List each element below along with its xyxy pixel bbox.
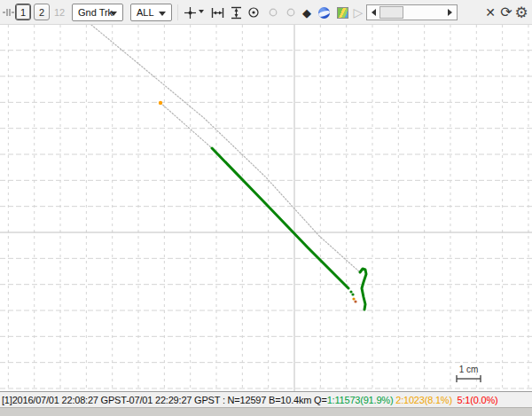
animate-icon[interactable]: ▷ xyxy=(351,5,365,20)
gear-glyph: ⚙ xyxy=(514,5,528,20)
drag-gripper[interactable] xyxy=(3,9,12,16)
chevron-down-icon xyxy=(159,12,166,16)
reference-track-line xyxy=(91,25,360,272)
map-thumbnail xyxy=(337,7,348,19)
map-view-icon[interactable] xyxy=(335,5,349,20)
close-icon[interactable]: ✕ xyxy=(483,5,497,20)
gripper-bar xyxy=(9,9,11,16)
google-earth-icon[interactable] xyxy=(317,5,331,20)
solution-1-button[interactable]: 1 xyxy=(15,4,31,20)
gripper-bar xyxy=(6,9,8,16)
circle1-icon[interactable] xyxy=(266,5,280,20)
ground-track-plot[interactable]: 1 cm xyxy=(0,25,532,391)
reference-track-line xyxy=(160,103,212,148)
track-point xyxy=(349,290,352,293)
center-dropdown-arrow[interactable] xyxy=(199,10,204,13)
track-point xyxy=(352,297,355,300)
status-bar: [1]2016/07/01 22:08:27 GPST-07/01 22:29:… xyxy=(0,391,532,407)
play-glyph: ▷ xyxy=(354,6,364,19)
fix-cursor-icon[interactable]: ◆ xyxy=(300,5,314,20)
track-point xyxy=(354,300,356,302)
status-q5-single: 5:1(0.0%) xyxy=(458,395,498,405)
satellite-select[interactable]: ALL xyxy=(130,4,172,21)
plot-canvas[interactable]: 1 cm xyxy=(0,25,532,391)
track-end-hook xyxy=(360,269,366,310)
refresh-glyph: ⟳ xyxy=(500,5,512,20)
toolbar: 1 2 12 Gnd Trk ALL xyxy=(0,0,532,25)
fixed-solution-track xyxy=(212,148,348,288)
chevron-down-icon xyxy=(110,12,117,16)
options-icon[interactable]: ⚙ xyxy=(514,5,528,20)
solution-2-button[interactable]: 2 xyxy=(34,4,50,20)
rtkplot-window: 1 2 12 Gnd Trk ALL xyxy=(0,0,532,416)
track-point xyxy=(351,293,354,295)
status-time-range: [1]2016/07/01 22:08:27 GPST-07/01 22:29:… xyxy=(2,395,327,405)
scrollbar-thumb[interactable] xyxy=(379,6,403,19)
time-scrollbar[interactable] xyxy=(366,4,458,20)
solution-12-button[interactable]: 12 xyxy=(54,7,65,18)
status-q2-float: 2:1023(8.1%) xyxy=(395,395,452,405)
status-q1-fixed: 1:11573(91.9%) xyxy=(327,395,394,405)
fit-horizontal-icon[interactable] xyxy=(210,5,224,20)
window-bottom-edge xyxy=(0,407,532,416)
fix-center-icon[interactable] xyxy=(246,5,261,20)
center-cursor-icon[interactable] xyxy=(183,5,197,20)
circle2-icon[interactable] xyxy=(284,5,298,20)
google-earth-globe xyxy=(318,7,330,19)
plot-type-select[interactable]: Gnd Trk xyxy=(72,4,123,21)
close-glyph: ✕ xyxy=(485,6,496,19)
satellite-value: ALL xyxy=(137,7,154,18)
toolbar-separator xyxy=(177,4,178,20)
scroll-left-arrow[interactable] xyxy=(372,9,376,16)
gripper-dash xyxy=(12,12,14,13)
diamond-glyph: ◆ xyxy=(302,7,311,19)
refresh-icon[interactable]: ⟳ xyxy=(499,5,513,20)
gripper-dash xyxy=(3,12,5,13)
plot-type-value: Gnd Trk xyxy=(78,7,113,18)
track-point xyxy=(159,101,162,105)
scroll-right-arrow[interactable] xyxy=(448,9,452,16)
fit-vertical-icon[interactable] xyxy=(229,5,243,20)
scale-bar-label: 1 cm xyxy=(459,365,479,374)
